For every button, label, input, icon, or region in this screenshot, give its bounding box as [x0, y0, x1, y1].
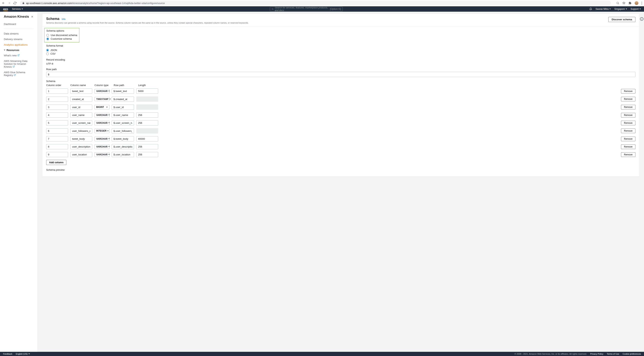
column-name-input[interactable]: [70, 144, 92, 149]
sidebar-item-whats-new[interactable]: What's new: [0, 53, 38, 58]
column-path-input[interactable]: [112, 136, 134, 142]
sidebar-group-resources[interactable]: Resources: [0, 48, 38, 53]
column-order-input[interactable]: [46, 144, 68, 149]
notifications-icon[interactable]: [590, 8, 592, 10]
column-order-input[interactable]: [46, 128, 68, 134]
region-menu[interactable]: Singapore: [614, 8, 627, 10]
remove-button[interactable]: Remove: [621, 128, 636, 133]
schema-headers: Column order Column name Column type Row…: [46, 84, 636, 86]
aws-logo[interactable]: aws: [3, 8, 8, 10]
length-input[interactable]: [136, 152, 158, 157]
sidebar-item-data-streams[interactable]: Data streams: [0, 31, 38, 36]
url-bar[interactable]: ap-southeast-1.console.aws.amazon.com/ki…: [20, 0, 611, 6]
close-icon[interactable]: [31, 15, 34, 18]
sidebar-item-glue-registry[interactable]: AWS Glue Schema Registry: [0, 70, 38, 78]
column-order-input[interactable]: [46, 120, 68, 126]
search-icon: [272, 8, 274, 10]
sidebar-item-streaming-solution[interactable]: AWS Streaming Data Solution for Amazon K…: [0, 58, 38, 70]
star-icon[interactable]: [622, 2, 626, 4]
search-input[interactable]: Search for services, features, marketpla…: [270, 7, 343, 11]
feedback-link[interactable]: Feedback: [3, 353, 12, 355]
column-path-input[interactable]: [112, 96, 134, 102]
user-menu[interactable]: Saurav Mitra: [596, 8, 611, 10]
header-name: Column name: [70, 84, 92, 86]
column-type-select[interactable]: VARCHAR: [94, 113, 110, 118]
column-name-input[interactable]: [70, 136, 92, 142]
omnibox-search-icon[interactable]: [616, 2, 619, 4]
column-name-input[interactable]: [70, 96, 92, 102]
radio-csv[interactable]: CSV: [46, 52, 636, 56]
length-input[interactable]: [136, 88, 158, 94]
column-name-input[interactable]: [70, 104, 92, 110]
reload-icon[interactable]: [14, 2, 16, 4]
column-type-select[interactable]: BIGINT: [94, 105, 110, 110]
sidebar-item-delivery-streams[interactable]: Delivery streams: [0, 36, 38, 42]
radio-json[interactable]: JSON: [46, 48, 636, 52]
column-type-select[interactable]: TIMESTAMP: [94, 97, 110, 101]
column-order-input[interactable]: [46, 136, 68, 142]
column-order-input[interactable]: [46, 96, 68, 102]
extensions-icon[interactable]: [628, 2, 632, 4]
info-icon[interactable]: i: [640, 17, 644, 21]
sidebar-title: Amazon Kinesis: [0, 15, 38, 21]
remove-button[interactable]: Remove: [621, 144, 636, 149]
column-order-input[interactable]: [46, 88, 68, 94]
cookies-link[interactable]: Cookie preferences: [623, 353, 641, 355]
services-menu[interactable]: Services: [12, 8, 23, 10]
column-name-input[interactable]: [70, 88, 92, 94]
column-type-select[interactable]: INTEGER: [94, 128, 110, 133]
profile-avatar[interactable]: [634, 1, 638, 5]
add-column-button[interactable]: Add column: [46, 160, 66, 165]
lock-icon: [22, 2, 24, 4]
menu-dots-icon[interactable]: [642, 2, 642, 4]
radio-customize-schema[interactable]: Customize schema: [46, 37, 77, 40]
column-name-input[interactable]: [70, 120, 92, 126]
length-input[interactable]: [136, 144, 158, 149]
terms-link[interactable]: Terms of Use: [607, 353, 619, 355]
column-order-input[interactable]: [46, 104, 68, 110]
column-path-input[interactable]: [112, 120, 134, 126]
column-path-input[interactable]: [112, 128, 134, 134]
radio-discovered-schema[interactable]: Use discovered schema: [46, 33, 77, 37]
column-type-select[interactable]: VARCHAR: [94, 136, 110, 141]
column-type-select[interactable]: VARCHAR: [94, 89, 110, 94]
schema-format-label: Schema format: [46, 44, 636, 47]
schema-row: VARCHAR Remove: [46, 112, 636, 118]
column-name-input[interactable]: [70, 152, 92, 157]
language-menu[interactable]: English (US): [16, 353, 30, 355]
sidebar-item-dashboard[interactable]: Dashboard: [0, 21, 38, 27]
column-order-input[interactable]: [46, 152, 68, 157]
column-path-input[interactable]: [112, 112, 134, 118]
column-path-input[interactable]: [112, 152, 134, 157]
sidebar-item-analytics[interactable]: Analytics applications: [0, 42, 38, 48]
forward-icon[interactable]: [8, 2, 11, 4]
info-link[interactable]: Info: [62, 18, 66, 20]
column-type-select[interactable]: VARCHAR: [94, 121, 110, 125]
column-path-input[interactable]: [112, 144, 134, 149]
remove-button[interactable]: Remove: [621, 89, 636, 94]
column-path-input[interactable]: [112, 104, 134, 110]
length-input[interactable]: [136, 136, 158, 142]
length-input[interactable]: [136, 112, 158, 118]
column-order-input[interactable]: [46, 112, 68, 118]
column-type-select[interactable]: VARCHAR: [94, 144, 110, 149]
column-path-input[interactable]: [112, 88, 134, 94]
discover-schema-button[interactable]: Discover schema: [608, 17, 636, 22]
remove-button[interactable]: Remove: [621, 97, 636, 101]
column-name-input[interactable]: [70, 128, 92, 134]
aws-header: aws Services Search for services, featur…: [0, 6, 644, 12]
schema-row: VARCHAR Remove: [46, 152, 636, 157]
row-path-input[interactable]: [46, 72, 636, 77]
remove-button[interactable]: Remove: [621, 105, 636, 110]
remove-button[interactable]: Remove: [621, 152, 636, 157]
remove-button[interactable]: Remove: [621, 113, 636, 118]
support-menu[interactable]: Support: [630, 8, 641, 10]
column-type-select[interactable]: VARCHAR: [94, 152, 110, 157]
privacy-link[interactable]: Privacy Policy: [590, 353, 603, 355]
header-path: Row path: [114, 84, 136, 86]
back-icon[interactable]: [2, 2, 5, 4]
column-name-input[interactable]: [70, 112, 92, 118]
remove-button[interactable]: Remove: [621, 136, 636, 141]
remove-button[interactable]: Remove: [621, 121, 636, 125]
length-input[interactable]: [136, 120, 158, 126]
